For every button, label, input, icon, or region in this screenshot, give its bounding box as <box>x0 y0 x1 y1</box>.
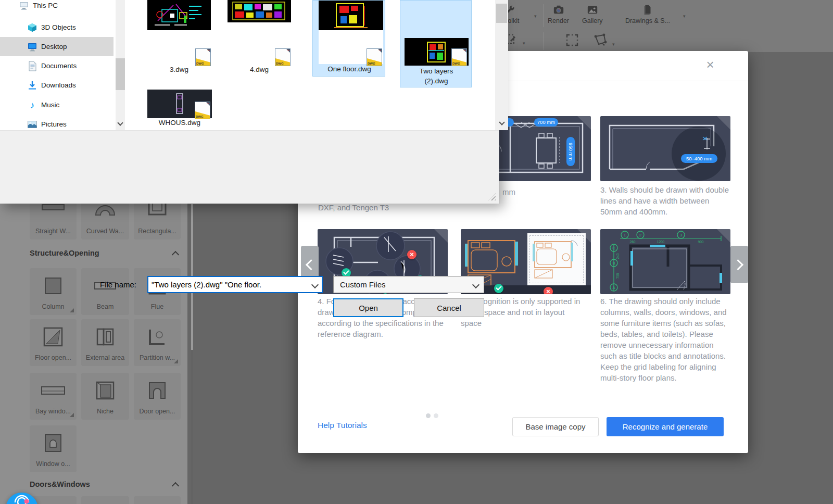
tile-beam[interactable]: Beam <box>81 268 129 315</box>
dwg-file-icon: DWG™ <box>195 102 210 119</box>
file-name-label[interactable]: WHOUS.dwg <box>159 119 200 127</box>
section-doors-windows[interactable]: Doors&Windows <box>30 480 90 488</box>
tile-niche[interactable]: Niche <box>81 373 129 420</box>
tile-stub[interactable] <box>81 496 129 504</box>
polygon-edit-dropdown-icon[interactable]: ▾ <box>612 42 615 47</box>
drawings-dropdown-icon[interactable]: ▾ <box>683 14 686 19</box>
sidebar-item-3d-objects[interactable]: 3D Objects <box>0 18 113 37</box>
panel-scrollbar[interactable] <box>191 204 193 504</box>
toolbar-divider <box>544 4 544 27</box>
open-button[interactable]: Open <box>333 298 403 317</box>
chevron-left-icon <box>306 259 317 270</box>
help-tutorials-link[interactable]: Help Tutorials <box>318 421 367 430</box>
file-type-select[interactable]: Custom Files <box>333 276 484 293</box>
carousel-next-button[interactable] <box>730 246 748 283</box>
sidebar-item-desktop[interactable]: Desktop <box>0 37 113 56</box>
document-icon <box>642 4 653 16</box>
files-scrollbar[interactable] <box>495 0 508 130</box>
base-image-copy-button[interactable]: Base image copy <box>512 417 599 436</box>
tile-label: Rectangula... <box>134 228 181 235</box>
file-name-input[interactable] <box>148 280 312 289</box>
support-icon <box>6 493 38 504</box>
partition-wall-icon <box>148 327 167 346</box>
tile-partition-wall[interactable]: Partition w... <box>134 319 181 366</box>
nav-scroll-down-button[interactable] <box>116 118 125 128</box>
app-root: Toolkit ▾ Render Gallery Drawings & S...… <box>0 0 833 504</box>
tile-label: External area <box>81 354 129 361</box>
dimension-badge: 950 mm <box>566 137 575 166</box>
toolkit-dropdown-icon[interactable]: ▾ <box>534 14 537 19</box>
pictures-icon <box>27 119 37 130</box>
cancel-button[interactable]: Cancel <box>414 298 484 317</box>
components-panel: Straight W... Curved Wa... Rectangula...… <box>0 203 187 504</box>
render-button[interactable]: Render <box>548 4 569 24</box>
chevron-down-icon[interactable] <box>311 281 319 288</box>
svg-text:260: 260 <box>630 240 636 244</box>
tile-column[interactable]: Column <box>30 268 77 315</box>
sidebar-item-music[interactable]: ♪ Music <box>0 95 113 115</box>
instruction-1-fragment: DXF, and Tengen T3 <box>318 202 448 213</box>
close-icon[interactable]: × <box>702 57 718 73</box>
gallery-button[interactable]: Gallery <box>582 4 603 24</box>
bay-window-icon <box>41 386 66 395</box>
selection-frame-icon <box>565 33 579 47</box>
polygon-edit-button[interactable] <box>592 32 608 50</box>
door-opening-icon <box>147 381 167 400</box>
support-fab-button[interactable] <box>6 493 38 504</box>
straight-wall-icon <box>41 204 65 211</box>
file-tile-two-layers[interactable]: DWG™ Two layers (2).dwg <box>400 0 472 87</box>
chevron-down-icon <box>472 281 479 288</box>
svg-text:1200: 1200 <box>657 240 665 244</box>
tile-external-area[interactable]: External area <box>81 319 129 366</box>
sidebar-item-label: Pictures <box>41 120 67 128</box>
sidebar-item-this-pc[interactable]: This PC <box>0 0 113 15</box>
resize-grip[interactable] <box>488 193 496 200</box>
dwg-thumbnail[interactable] <box>147 0 211 30</box>
more-options-icon <box>174 359 178 363</box>
file-name-label: Two layers <box>420 67 453 75</box>
recognize-and-generate-button[interactable]: Recognize and generate <box>607 417 724 436</box>
drawings-button[interactable]: Drawings & S... <box>616 4 679 24</box>
tile-label: Flue <box>134 303 181 310</box>
tile-door-opening[interactable]: Door open... <box>134 373 181 420</box>
chevron-down-icon <box>117 120 123 125</box>
nav-scrollbar[interactable] <box>116 0 125 130</box>
files-scroll-down-button[interactable] <box>496 117 507 128</box>
file-name-label[interactable]: 3.dwg <box>170 66 188 73</box>
svg-text:3: 3 <box>680 233 683 237</box>
magic-select-dropdown-icon[interactable]: ▾ <box>523 41 525 46</box>
this-pc-icon <box>19 1 29 11</box>
tile-bay-window[interactable]: Bay windo... <box>30 373 77 420</box>
collapse-icon[interactable] <box>172 482 179 489</box>
selection-frame-button[interactable] <box>565 33 579 49</box>
gallery-label: Gallery <box>582 17 603 24</box>
sidebar-item-label: This PC <box>33 2 58 9</box>
plan-illustration-3: 50–400 mm <box>600 116 730 181</box>
dwg-thumbnail[interactable] <box>228 0 291 22</box>
tile-floor-opening[interactable]: Floor open... <box>30 319 77 366</box>
tile-label: Curved Wa... <box>81 228 129 235</box>
external-area-icon <box>96 328 115 346</box>
section-structure-opening[interactable]: Structure&Opening <box>30 249 99 257</box>
sidebar-item-downloads[interactable]: Downloads <box>0 75 113 95</box>
tile-window-opening[interactable]: Window o... <box>30 425 77 472</box>
svg-text:A: A <box>612 285 615 290</box>
svg-text:240: 240 <box>616 253 620 259</box>
sidebar-item-label: Downloads <box>41 81 76 89</box>
section-title: Doors&Windows <box>30 480 90 488</box>
camera-icon <box>553 4 564 16</box>
dwg-file-icon: DWG™ <box>367 48 382 66</box>
files-scrollbar-thumb[interactable] <box>496 4 507 23</box>
tile-stub[interactable] <box>134 496 181 504</box>
svg-text:2: 2 <box>639 233 642 237</box>
file-tile-one-floor[interactable]: DWG™ One floor.dwg <box>312 0 385 77</box>
collapse-icon[interactable] <box>172 251 179 258</box>
file-name-label[interactable]: 4.dwg <box>250 66 269 73</box>
music-icon: ♪ <box>27 100 37 110</box>
layout-space-example <box>527 233 586 285</box>
nav-scrollbar-thumb[interactable] <box>116 58 125 90</box>
sidebar-item-documents[interactable]: Documents <box>0 56 113 75</box>
plan-illustration-6: 1 2 3 260 1200 900 C B A 240 750 <box>600 229 730 294</box>
tile-label: Door open... <box>134 408 181 415</box>
tile-label: Straight W... <box>30 228 77 235</box>
